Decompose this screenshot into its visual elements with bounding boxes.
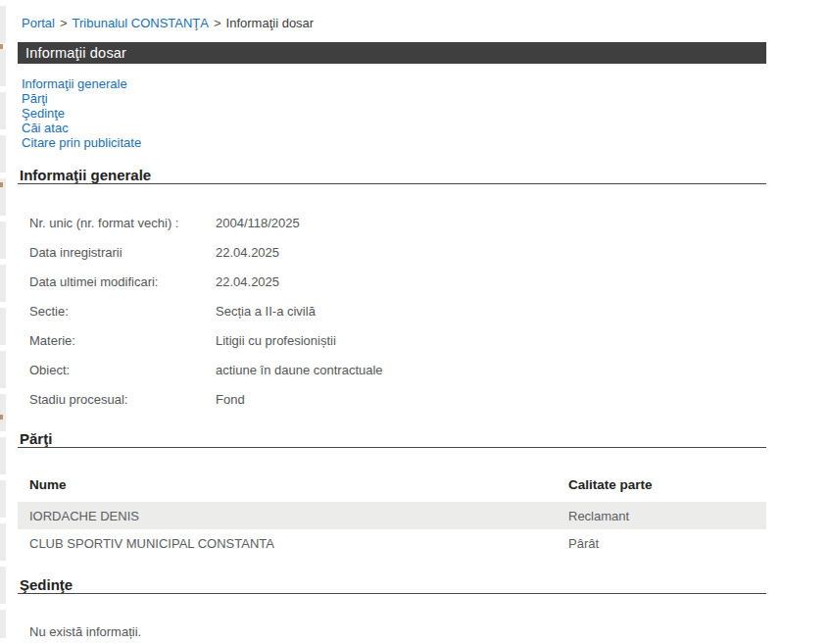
party-role: Pârât (568, 536, 766, 551)
column-header-nume: Nume (29, 477, 568, 492)
field-value: 2004/118/2025 (216, 216, 300, 230)
field-row-data-inregistrarii: Data inregistrarii 22.04.2025 (18, 237, 766, 267)
field-label: Sectie: (29, 304, 216, 319)
divider (18, 593, 766, 594)
field-value: Fond (216, 392, 245, 407)
field-value: 22.04.2025 (216, 274, 279, 289)
party-name: CLUB SPORTIV MUNICIPAL CONSTANTA (29, 536, 568, 551)
field-label: Stadiu procesual: (29, 392, 216, 407)
field-label: Nr. unic (nr. format vechi) : (29, 216, 216, 230)
page-title-bar: Informaţii dosar (18, 42, 766, 64)
nav-link-parti[interactable]: Părţi (22, 91, 766, 106)
divider (18, 183, 766, 184)
field-value: actiune în daune contractuale (216, 363, 383, 377)
field-row-sectie: Sectie: Secția a II-a civilă (18, 296, 766, 325)
nav-link-citare-publicitate[interactable]: Citare prin publicitate (22, 135, 766, 150)
field-row-nr-unic: Nr. unic (nr. format vechi) : 2004/118/2… (18, 208, 766, 237)
general-info-fields: Nr. unic (nr. format vechi) : 2004/118/2… (18, 208, 766, 414)
page-content: Portal>Tribunalul CONSTANŢA>Informaţii d… (18, 0, 766, 639)
breadcrumb: Portal>Tribunalul CONSTANŢA>Informaţii d… (18, 0, 766, 30)
edge-mark (0, 44, 3, 49)
field-label: Obiect: (29, 363, 216, 377)
field-label: Materie: (29, 333, 216, 348)
field-label: Data ultimei modificari: (29, 274, 216, 289)
breadcrumb-separator: > (55, 16, 73, 30)
parties-table: Nume Calitate parte IORDACHE DENIS Recla… (18, 468, 766, 557)
field-value: Secția a II-a civilă (216, 304, 316, 319)
column-header-calitate: Calitate parte (568, 477, 766, 492)
field-label: Data inregistrarii (29, 245, 216, 260)
field-row-data-modificari: Data ultimei modificari: 22.04.2025 (18, 267, 766, 296)
section-heading-sedinte: Şedinţe (18, 577, 766, 593)
breadcrumb-link-court[interactable]: Tribunalul CONSTANŢA (73, 16, 209, 30)
section-nav: Informaţii generale Părţi Şedinţe Căi at… (18, 76, 766, 150)
field-row-materie: Materie: Litigii cu profesioniștii (18, 325, 766, 355)
breadcrumb-link-portal[interactable]: Portal (22, 16, 55, 30)
field-row-obiect: Obiect: actiune în daune contractuale (18, 355, 766, 384)
page-title: Informaţii dosar (25, 45, 126, 61)
screen-edge-artifact (0, 6, 6, 638)
party-role: Reclamant (568, 509, 766, 523)
edge-mark (0, 182, 3, 187)
table-row: CLUB SPORTIV MUNICIPAL CONSTANTA Pârât (18, 529, 766, 557)
field-value: 22.04.2025 (216, 245, 279, 260)
sedinte-empty-message: Nu există informații. (18, 624, 766, 639)
field-value: Litigii cu profesioniștii (216, 333, 336, 348)
section-heading-parti: Părţi (18, 431, 766, 447)
parties-table-header: Nume Calitate parte (18, 468, 766, 502)
edge-mark (0, 415, 3, 420)
divider (18, 447, 766, 448)
nav-link-informatii-generale[interactable]: Informaţii generale (22, 76, 766, 91)
breadcrumb-separator: > (209, 16, 226, 30)
nav-link-sedinte[interactable]: Şedinţe (22, 106, 766, 121)
party-name: IORDACHE DENIS (29, 509, 568, 523)
breadcrumb-current: Informaţii dosar (226, 16, 315, 30)
section-heading-informatii-generale: Informaţii generale (18, 168, 766, 183)
field-row-stadiu: Stadiu procesual: Fond (18, 384, 766, 414)
nav-link-cai-atac[interactable]: Căi atac (22, 121, 766, 135)
table-row: IORDACHE DENIS Reclamant (18, 502, 766, 529)
